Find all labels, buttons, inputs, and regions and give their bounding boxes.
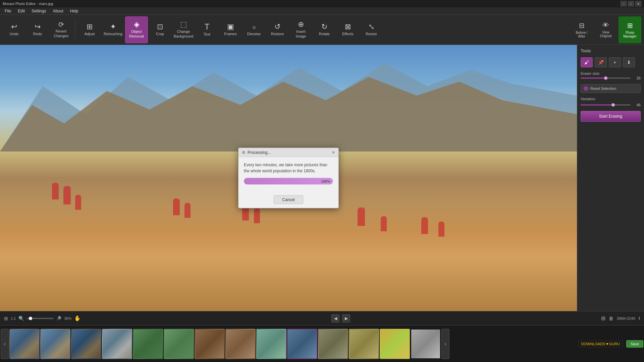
lasso-tool-icon[interactable]: ⌖ — [609, 57, 621, 67]
menu-settings[interactable]: Settings — [28, 8, 49, 14]
resize-icon: ⤡ — [368, 23, 374, 31]
canvas-area: ⚙ Processing... ✕ Every two minutes, we … — [0, 45, 577, 311]
downloads-guru-label: DOWNLOADS▼GURU — [581, 342, 620, 346]
film-thumb-3[interactable] — [71, 329, 101, 359]
red-figure-10 — [421, 217, 428, 234]
adjust-button[interactable]: ⊞ Adjust — [78, 16, 101, 43]
revert-button[interactable]: ⟳ RevertChanges — [50, 16, 72, 43]
film-thumb-4[interactable] — [102, 329, 132, 359]
revert-icon: ⟳ — [58, 21, 64, 28]
red-figure-2 — [63, 186, 71, 204]
cancel-button[interactable]: Cancel — [274, 195, 303, 204]
start-erasing-button[interactable]: Start Erasing — [581, 111, 641, 122]
progress-bar-bg: 100% — [244, 178, 333, 185]
film-thumb-1[interactable] — [9, 329, 40, 359]
minimize-button[interactable]: ─ — [621, 1, 627, 6]
download-tool-icon[interactable]: ⬇ — [623, 57, 635, 67]
film-thumb-2[interactable] — [40, 329, 70, 359]
view-original-button[interactable]: 👁 ViewOriginal — [594, 16, 617, 43]
film-thumb-7[interactable] — [195, 329, 225, 359]
rotate-button[interactable]: ↻ Rotate — [313, 16, 336, 43]
reset-selection-button[interactable]: Reset Selection — [581, 84, 641, 93]
dialog-footer: Cancel — [238, 193, 338, 208]
object-removal-icon: ◈ — [134, 21, 140, 28]
before-after-label: Before /After — [576, 31, 587, 38]
info-icon[interactable]: ℹ — [639, 316, 640, 320]
film-thumb-10[interactable] — [287, 329, 317, 359]
film-thumb-12[interactable] — [349, 329, 379, 359]
dialog-spinner-icon: ⚙ — [242, 150, 246, 155]
restore-button[interactable]: ↺ Restore — [266, 16, 289, 43]
title-bar: Movavi Photo Editor - mars.jpg ─ □ ✕ — [0, 0, 644, 7]
menu-help[interactable]: Help — [67, 8, 82, 14]
film-thumb-5[interactable] — [133, 329, 163, 359]
menu-about[interactable]: About — [49, 8, 66, 14]
prev-nav-button[interactable]: ◀ — [331, 314, 339, 322]
pin-tool-icon[interactable]: 📌 — [595, 57, 607, 67]
crop-button[interactable]: ⊡ Crop — [149, 16, 171, 43]
film-thumb-11[interactable] — [318, 329, 348, 359]
restore-button[interactable]: □ — [628, 1, 634, 6]
retouching-button[interactable]: ✦ Retouching — [102, 16, 124, 43]
menu-file[interactable]: File — [1, 8, 14, 14]
denoise-icon: ⬦ — [252, 23, 256, 31]
image-dimensions: 3968×2240 — [617, 316, 635, 320]
resize-button[interactable]: ⤡ Resize — [360, 16, 383, 43]
variation-slider[interactable] — [581, 104, 631, 106]
insert-image-button[interactable]: ⊕ InsertImage — [289, 16, 312, 43]
bottom-right: ⊞ 🗑 3968×2240 ℹ — [601, 315, 640, 321]
close-button[interactable]: ✕ — [635, 1, 641, 6]
save-button[interactable]: Save — [626, 340, 643, 348]
mountains-svg — [0, 58, 577, 152]
crop-label: Crop — [156, 32, 164, 36]
dialog-close-icon[interactable]: ✕ — [332, 150, 335, 155]
variation-thumb[interactable] — [611, 103, 615, 107]
film-thumb-14[interactable] — [411, 329, 441, 359]
window-title: Movavi Photo Editor - mars.jpg — [3, 2, 621, 6]
menu-bar: File Edit Settings About Help — [0, 7, 644, 15]
frames-button[interactable]: ▣ Frames — [219, 16, 242, 43]
filmstrip-prev-button[interactable]: ‹ — [1, 329, 9, 359]
menu-edit[interactable]: Edit — [14, 8, 28, 14]
denoise-button[interactable]: ⬦ Denoise — [243, 16, 265, 43]
eraser-size-thumb[interactable] — [604, 76, 607, 80]
film-thumb-6[interactable] — [164, 329, 194, 359]
downloads-guru-banner[interactable]: DOWNLOADS▼GURU — [578, 341, 623, 347]
insert-image-label: InsertImage — [296, 29, 306, 38]
eraser-size-section: Eraser size: 26 — [581, 71, 641, 80]
object-removal-button[interactable]: ◈ ObjectRemoval — [125, 16, 148, 43]
eraser-size-value: 26 — [633, 76, 641, 80]
film-thumb-13[interactable] — [380, 329, 410, 359]
delete-icon[interactable]: 🗑 — [609, 316, 613, 321]
brush-tool-icon[interactable]: 🖌 — [581, 57, 593, 67]
undo-label: Undo — [10, 32, 18, 36]
zoom-slider[interactable] — [27, 318, 54, 319]
film-thumb-8[interactable] — [225, 329, 256, 359]
eraser-size-slider[interactable] — [581, 77, 631, 79]
effects-button[interactable]: ⊠ Effects — [336, 16, 359, 43]
hand-tool-icon[interactable]: ✋ — [74, 315, 81, 321]
filmstrip-next-button[interactable]: › — [441, 329, 449, 359]
change-background-label: ChangeBackground — [174, 29, 194, 38]
frames-icon: ▣ — [227, 23, 234, 31]
zoom-in-icon[interactable]: 🔎 — [56, 316, 61, 321]
film-thumb-9[interactable] — [256, 329, 286, 359]
photo-manager-label: PhotoManager — [623, 31, 636, 38]
zoom-thumb[interactable] — [29, 317, 32, 320]
text-button[interactable]: T Text — [196, 16, 218, 43]
photo-manager-button[interactable]: ⊞ PhotoManager — [619, 16, 641, 43]
fit-icon[interactable]: ⊞ — [4, 316, 8, 321]
undo-button[interactable]: ↩ Undo — [3, 16, 25, 43]
next-nav-button[interactable]: ▶ — [342, 314, 350, 322]
revert-label: RevertChanges — [54, 29, 68, 38]
redo-button[interactable]: ↪ Redo — [26, 16, 49, 43]
zoom-out-icon[interactable]: 🔍 — [18, 316, 24, 321]
grid-view-icon[interactable]: ⊞ — [601, 315, 605, 321]
change-background-button[interactable]: ⬚ ChangeBackground — [172, 16, 195, 43]
before-after-button[interactable]: ⊟ Before /After — [570, 16, 593, 43]
red-figure-9 — [381, 216, 387, 231]
dialog-title-text: Processing... — [248, 150, 271, 155]
toolbar-separator — [75, 20, 75, 40]
progress-label: 100% — [321, 179, 330, 183]
eraser-size-slider-row: 26 — [581, 76, 641, 80]
